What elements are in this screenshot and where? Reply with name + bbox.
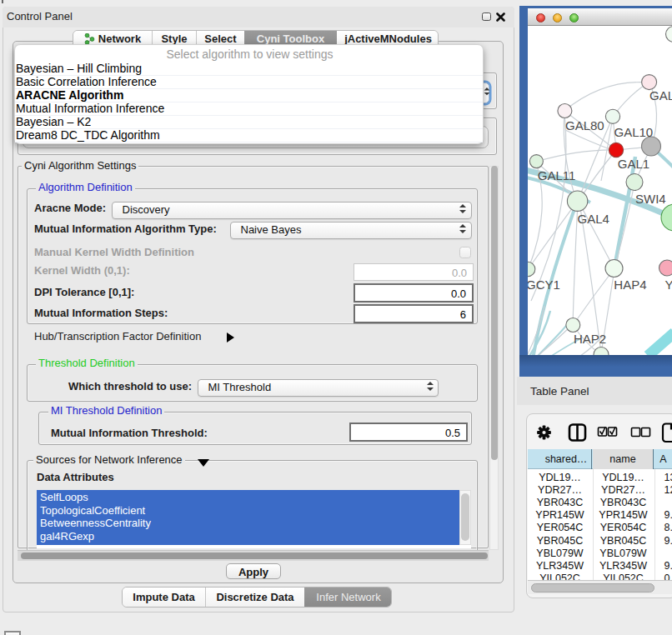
svg-text:GAL80: GAL80 <box>565 118 604 132</box>
svg-text:GCY1: GCY1 <box>528 278 560 292</box>
svg-text:GAL10: GAL10 <box>614 125 654 139</box>
svg-text:HAP2: HAP2 <box>574 332 606 346</box>
svg-text:Y: Y <box>664 278 672 292</box>
svg-text:HAP4: HAP4 <box>614 278 646 292</box>
svg-text:GAL4: GAL4 <box>578 212 609 226</box>
svg-text:SWI4: SWI4 <box>635 192 666 206</box>
svg-text:GAL1: GAL1 <box>618 157 649 171</box>
svg-text:GAL11: GAL11 <box>538 168 576 182</box>
svg-text:GAL7: GAL7 <box>649 88 672 102</box>
